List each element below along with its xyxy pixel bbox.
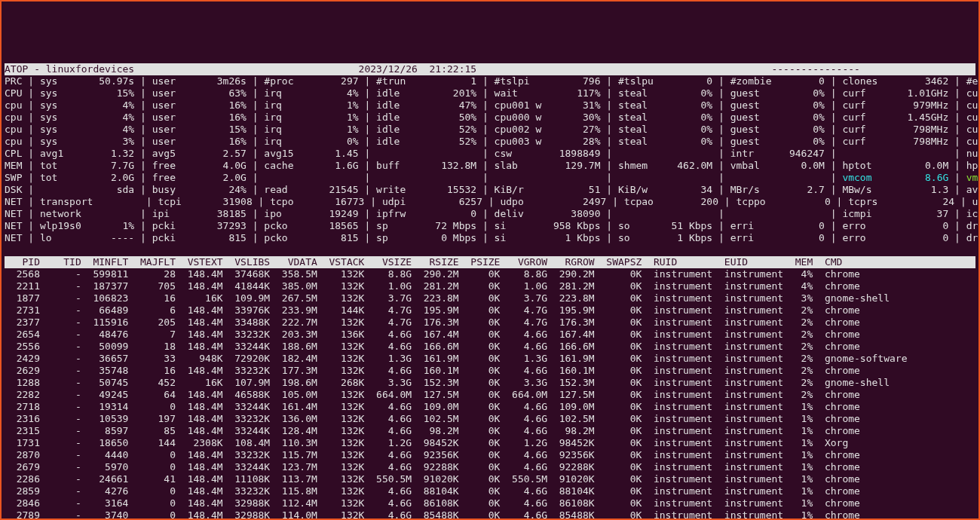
- process-row: 2315 - 8597 85 148.4M 33244K 128.4M 132K…: [5, 425, 975, 437]
- process-row: 1877 - 106823 16 16K 109.9M 267.5M 132K …: [5, 292, 975, 304]
- process-row: 2629 - 35748 16 148.4M 33232K 177.3M 132…: [5, 365, 975, 377]
- process-row: 2859 - 4276 0 148.4M 33232K 115.8M 132K …: [5, 485, 975, 497]
- process-row: 2211 - 187377 705 148.4M 41844K 385.0M 1…: [5, 280, 975, 292]
- process-row: 2789 - 3740 0 148.4M 32988K 114.0M 132K …: [5, 509, 975, 520]
- sys-row: NET | network | ipi 38185 | ipo 19249 | …: [5, 208, 975, 220]
- sys-row: cpu | sys 3% | user 16% | irq 0% | idle …: [5, 136, 975, 148]
- sys-row: cpu | sys 4% | user 16% | irq 1% | idle …: [5, 112, 975, 124]
- process-row: 2654 - 48476 7 148.4M 33232K 203.3M 136K…: [5, 329, 975, 341]
- sys-row: MEM | tot 7.7G | free 4.0G | cache 1.6G …: [5, 160, 975, 172]
- process-row: 2429 - 36657 33 948K 72920K 182.4M 132K …: [5, 353, 975, 365]
- process-row: 2731 - 66489 6 148.4M 33976K 233.9M 144K…: [5, 304, 975, 317]
- atop-terminal[interactable]: ATOP - linuxfordevices 2023/12/26 21:22:…: [5, 63, 975, 520]
- process-row: 2568 - 599811 28 148.4M 37468K 358.5M 13…: [5, 268, 975, 280]
- process-row: 2316 - 10539 197 148.4M 33232K 136.0M 13…: [5, 413, 975, 425]
- process-row: 2679 - 5970 0 148.4M 33244K 123.7M 132K …: [5, 461, 975, 473]
- process-row: 1731 - 18650 144 2308K 108.4M 110.3M 132…: [5, 437, 975, 449]
- sys-row: PRC | sys 50.97s | user 3m26s | #proc 29…: [5, 75, 975, 87]
- header-line: ATOP - linuxfordevices 2023/12/26 21:22:…: [5, 63, 975, 75]
- process-row: 2846 - 3164 0 148.4M 32988K 112.4M 132K …: [5, 497, 975, 509]
- process-row: 2556 - 50099 18 148.4M 33244K 188.6M 132…: [5, 341, 975, 353]
- sys-row: NET | transport | tcpi 31908 | tcpo 1677…: [5, 196, 975, 208]
- sys-row: cpu | sys 4% | user 16% | irq 1% | idle …: [5, 99, 975, 112]
- process-row: 1288 - 50745 452 16K 107.9M 198.6M 268K …: [5, 377, 975, 389]
- sys-row: SWP | tot 2.0G | free 2.0G | | | | | | v…: [5, 172, 975, 184]
- process-row: 2870 - 4440 0 148.4M 33232K 115.7M 132K …: [5, 449, 975, 461]
- sys-row: CPL | avg1 1.32 | avg5 2.57 | avg15 1.45…: [5, 148, 975, 160]
- process-row: 2282 - 49245 64 148.4M 46588K 105.0M 132…: [5, 389, 975, 401]
- sys-row: NET | lo ---- | pcki 815 | pcko 815 | sp…: [5, 232, 975, 244]
- sys-row: DSK | sda | busy 24% | read 21545 | writ…: [5, 184, 975, 196]
- process-row: 2377 - 115916 205 148.4M 33488K 222.7M 1…: [5, 317, 975, 329]
- process-row: 2718 - 19314 0 148.4M 33244K 161.4M 132K…: [5, 401, 975, 413]
- sys-row: cpu | sys 4% | user 15% | irq 1% | idle …: [5, 124, 975, 136]
- process-row: 2286 - 24661 41 148.4M 11108K 113.7M 132…: [5, 473, 975, 485]
- blank-line: [5, 244, 975, 256]
- process-header: PID TID MINFLT MAJFLT VSTEXT VSLIBS VDAT…: [5, 256, 975, 268]
- sys-row: NET | wlp19s0 1% | pcki 37293 | pcko 185…: [5, 220, 975, 232]
- sys-row: CPU | sys 15% | user 63% | irq 4% | idle…: [5, 87, 975, 99]
